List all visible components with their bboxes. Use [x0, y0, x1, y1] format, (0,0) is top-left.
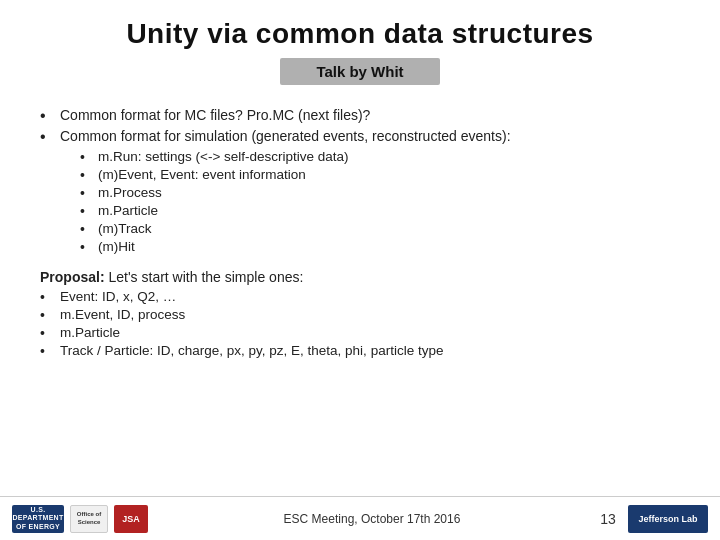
- doe-label: U.S. DEPARTMENT OF ENERGY: [12, 506, 64, 531]
- bullet-dot-2: •: [40, 129, 60, 145]
- proposal-bullet-1: • m.Event, ID, process: [40, 307, 680, 323]
- proposal-dot-3: •: [40, 343, 60, 359]
- sub-text-4: (m)Track: [98, 221, 152, 236]
- sub-bullet-2: • m.Process: [80, 185, 680, 201]
- proposal-intro-line: Proposal: Let's start with the simple on…: [40, 269, 680, 285]
- talk-badge: Talk by Whit: [280, 58, 439, 85]
- bullet-item-2: • Common format for simulation (generate…: [40, 128, 680, 145]
- bullet-text-1: Common format for MC files? Pro.MC (next…: [60, 107, 370, 123]
- jlab-logo: Jefferson Lab: [628, 505, 708, 533]
- sub-dot-2: •: [80, 185, 98, 201]
- bullet-item-1: • Common format for MC files? Pro.MC (ne…: [40, 107, 680, 124]
- sub-text-5: (m)Hit: [98, 239, 135, 254]
- bullet-section-1: • Common format for MC files? Pro.MC (ne…: [40, 107, 680, 255]
- proposal-text-1: m.Event, ID, process: [60, 307, 185, 322]
- sub-bullets: • m.Run: settings (<-> self-descriptive …: [80, 149, 680, 255]
- sub-text-0: m.Run: settings (<-> self-descriptive da…: [98, 149, 349, 164]
- jsa-logo: JSA: [114, 505, 148, 533]
- sub-text-1: (m)Event, Event: event information: [98, 167, 306, 182]
- footer-page-number: 13: [596, 511, 620, 527]
- proposal-section: Proposal: Let's start with the simple on…: [40, 269, 680, 359]
- doe-logo: U.S. DEPARTMENT OF ENERGY: [12, 505, 64, 533]
- sub-text-2: m.Process: [98, 185, 162, 200]
- bullet-text-2: Common format for simulation (generated …: [60, 128, 511, 144]
- proposal-text-0: Event: ID, x, Q2, …: [60, 289, 176, 304]
- footer-meeting-text: ESC Meeting, October 17th 2016: [284, 512, 461, 526]
- proposal-bullet-3: • Track / Particle: ID, charge, px, py, …: [40, 343, 680, 359]
- sub-bullet-3: • m.Particle: [80, 203, 680, 219]
- slide: Unity via common data structures Talk by…: [0, 0, 720, 540]
- proposal-bullets: • Event: ID, x, Q2, … • m.Event, ID, pro…: [40, 289, 680, 359]
- proposal-text-3: Track / Particle: ID, charge, px, py, pz…: [60, 343, 443, 358]
- sub-dot-3: •: [80, 203, 98, 219]
- sub-bullet-4: • (m)Track: [80, 221, 680, 237]
- proposal-label: Proposal:: [40, 269, 105, 285]
- proposal-dot-0: •: [40, 289, 60, 305]
- proposal-bullet-2: • m.Particle: [40, 325, 680, 341]
- office-logo: Office of Science: [70, 505, 108, 533]
- proposal-intro: Let's start with the simple ones:: [108, 269, 303, 285]
- title-area: Unity via common data structures Talk by…: [0, 0, 720, 103]
- proposal-text-2: m.Particle: [60, 325, 120, 340]
- proposal-dot-1: •: [40, 307, 60, 323]
- sub-bullet-5: • (m)Hit: [80, 239, 680, 255]
- jsa-label: JSA: [122, 514, 140, 524]
- sub-dot-5: •: [80, 239, 98, 255]
- sub-dot-0: •: [80, 149, 98, 165]
- bullet-dot-1: •: [40, 108, 60, 124]
- proposal-bullet-0: • Event: ID, x, Q2, …: [40, 289, 680, 305]
- jlab-label: Jefferson Lab: [638, 514, 697, 524]
- sub-dot-1: •: [80, 167, 98, 183]
- footer: U.S. DEPARTMENT OF ENERGY Office of Scie…: [0, 496, 720, 540]
- footer-logos: U.S. DEPARTMENT OF ENERGY Office of Scie…: [12, 505, 148, 533]
- proposal-dot-2: •: [40, 325, 60, 341]
- content-area: • Common format for MC files? Pro.MC (ne…: [0, 103, 720, 496]
- footer-right: 13 Jefferson Lab: [596, 505, 708, 533]
- sub-bullet-0: • m.Run: settings (<-> self-descriptive …: [80, 149, 680, 165]
- sub-bullet-1: • (m)Event, Event: event information: [80, 167, 680, 183]
- sub-dot-4: •: [80, 221, 98, 237]
- office-label: Office of Science: [71, 511, 107, 525]
- main-title: Unity via common data structures: [40, 18, 680, 50]
- sub-text-3: m.Particle: [98, 203, 158, 218]
